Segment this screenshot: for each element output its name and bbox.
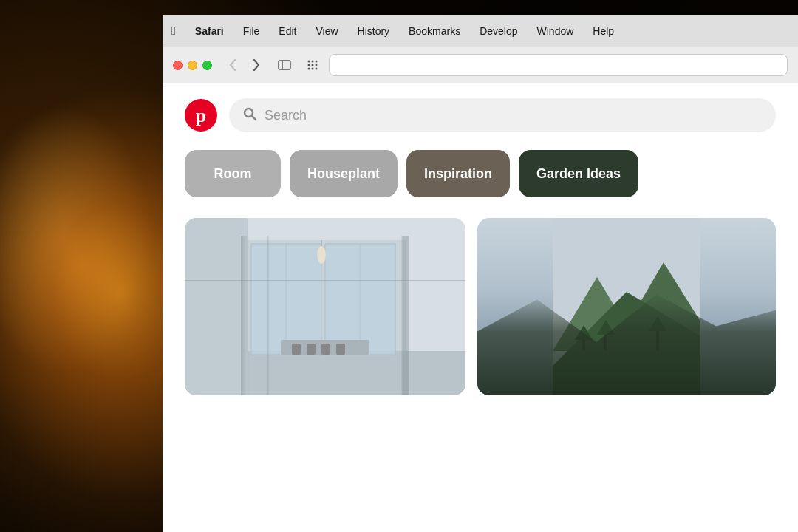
pinterest-logo-letter: p [196, 106, 206, 126]
traffic-lights [173, 61, 212, 70]
svg-rect-14 [244, 240, 406, 358]
minimize-button[interactable] [188, 61, 197, 70]
menu-help[interactable]: Help [590, 24, 617, 38]
category-pills: Room Houseplant Inspiration Garden Ideas [163, 144, 798, 212]
address-bar[interactable] [329, 54, 788, 76]
svg-rect-20 [252, 245, 321, 354]
svg-marker-39 [649, 316, 666, 331]
back-button[interactable] [222, 55, 243, 75]
svg-rect-29 [185, 218, 248, 395]
svg-rect-21 [326, 245, 395, 354]
svg-rect-26 [307, 344, 316, 355]
close-button[interactable] [173, 61, 183, 70]
category-inspiration[interactable]: Inspiration [406, 150, 510, 197]
search-bar[interactable]: Search [229, 98, 776, 132]
svg-line-12 [252, 116, 256, 120]
svg-rect-0 [279, 61, 290, 69]
address-bar-area [302, 54, 788, 76]
svg-rect-38 [656, 329, 659, 351]
macos-menubar:  Safari File Edit View History Bookmark… [163, 15, 798, 47]
svg-rect-17 [325, 244, 395, 355]
fullscreen-button[interactable] [202, 61, 212, 70]
svg-rect-24 [281, 340, 369, 355]
menu-safari[interactable]: Safari [192, 24, 227, 38]
svg-point-9 [312, 68, 314, 70]
pin-mountain-image [477, 218, 776, 395]
pinterest-header: p Search [163, 83, 798, 144]
menu-window[interactable]: Window [534, 24, 577, 38]
svg-rect-28 [336, 344, 345, 355]
menu-file[interactable]: File [240, 24, 263, 38]
svg-rect-25 [292, 344, 301, 355]
category-houseplant[interactable]: Houseplant [290, 150, 398, 197]
menu-bookmarks[interactable]: Bookmarks [406, 24, 463, 38]
svg-point-22 [317, 246, 326, 264]
svg-point-4 [316, 61, 318, 63]
svg-point-7 [316, 64, 318, 66]
pin-interior-image [185, 218, 466, 395]
svg-rect-34 [582, 336, 585, 351]
svg-point-5 [308, 64, 310, 66]
svg-rect-16 [251, 244, 321, 355]
svg-point-2 [308, 61, 310, 63]
pin-card-mountain[interactable] [477, 218, 776, 395]
browser-toolbar [163, 47, 798, 83]
nav-buttons [222, 55, 267, 75]
forward-button[interactable] [246, 55, 267, 75]
tab-overview-button[interactable] [302, 55, 323, 75]
menu-edit[interactable]: Edit [276, 24, 299, 38]
svg-point-10 [316, 68, 318, 70]
svg-point-6 [312, 64, 314, 66]
interior-svg [185, 218, 466, 395]
sidebar-toggle-button[interactable] [274, 55, 295, 75]
pinterest-logo[interactable]: p [185, 99, 217, 132]
menu-view[interactable]: View [313, 24, 341, 38]
svg-point-3 [312, 61, 314, 63]
menu-history[interactable]: History [355, 24, 393, 38]
category-room[interactable]: Room [185, 150, 281, 197]
browser-chrome [163, 47, 798, 83]
laptop-frame:  Safari File Edit View History Bookmark… [163, 15, 798, 532]
svg-point-8 [308, 68, 310, 70]
page-content: p Search Room Houseplant Inspiration Gar… [163, 83, 798, 532]
apple-menu-icon[interactable]:  [171, 24, 176, 38]
category-garden-ideas[interactable]: Garden Ideas [519, 150, 638, 197]
search-placeholder-text: Search [265, 108, 307, 123]
menu-develop[interactable]: Develop [477, 24, 520, 38]
search-icon [242, 106, 257, 125]
pin-card-interior[interactable] [185, 218, 466, 395]
svg-rect-36 [604, 332, 607, 351]
pin-grid [163, 212, 798, 401]
mountain-svg [477, 218, 776, 395]
svg-rect-27 [321, 344, 330, 355]
